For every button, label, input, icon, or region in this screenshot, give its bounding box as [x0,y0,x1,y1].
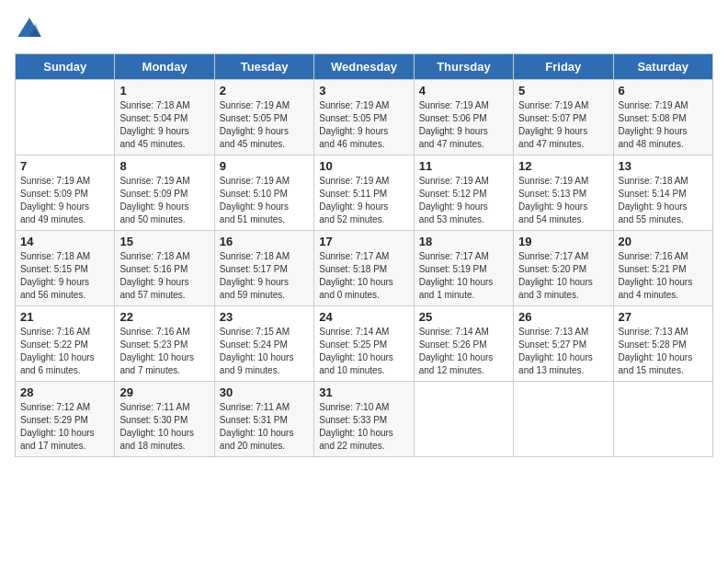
day-number: 14 [20,235,109,248]
calendar-cell [16,80,115,155]
calendar-cell: 19Sunrise: 7:17 AM Sunset: 5:20 PM Dayli… [514,231,613,306]
day-number: 21 [20,310,109,324]
calendar-cell: 27Sunrise: 7:13 AM Sunset: 5:28 PM Dayli… [613,306,712,382]
day-number: 12 [518,159,608,173]
day-number: 27 [619,310,708,324]
day-number: 5 [518,84,608,98]
day-number: 18 [419,235,508,248]
day-detail: Sunrise: 7:18 AM Sunset: 5:16 PM Dayligh… [119,250,209,302]
day-number: 30 [220,385,309,399]
logo-icon [15,15,44,44]
calendar-cell: 16Sunrise: 7:18 AM Sunset: 5:17 PM Dayli… [214,231,313,306]
col-header-wednesday: Wednesday [314,54,414,80]
calendar-cell: 7Sunrise: 7:19 AM Sunset: 5:09 PM Daylig… [16,155,115,231]
calendar-cell: 24Sunrise: 7:14 AM Sunset: 5:25 PM Dayli… [314,306,414,382]
calendar-cell: 10Sunrise: 7:19 AM Sunset: 5:11 PM Dayli… [314,155,414,231]
week-row-5: 28Sunrise: 7:12 AM Sunset: 5:29 PM Dayli… [16,382,713,457]
day-number: 23 [220,310,309,324]
col-header-saturday: Saturday [613,54,712,80]
col-header-tuesday: Tuesday [214,54,313,80]
day-detail: Sunrise: 7:19 AM Sunset: 5:05 PM Dayligh… [220,99,309,151]
day-number: 31 [319,385,408,399]
day-detail: Sunrise: 7:16 AM Sunset: 5:22 PM Dayligh… [20,326,109,377]
calendar-cell: 4Sunrise: 7:19 AM Sunset: 5:06 PM Daylig… [414,80,513,155]
day-detail: Sunrise: 7:19 AM Sunset: 5:09 PM Dayligh… [20,175,109,226]
day-detail: Sunrise: 7:11 AM Sunset: 5:31 PM Dayligh… [220,401,309,453]
day-number: 25 [419,310,508,324]
day-number: 24 [319,310,408,324]
day-number: 28 [20,385,109,399]
day-number: 15 [119,235,209,248]
day-number: 4 [419,84,508,98]
day-detail: Sunrise: 7:19 AM Sunset: 5:05 PM Dayligh… [319,99,408,151]
calendar-cell [613,382,712,457]
day-number: 10 [319,159,408,173]
day-detail: Sunrise: 7:11 AM Sunset: 5:30 PM Dayligh… [119,401,209,453]
calendar-cell: 2Sunrise: 7:19 AM Sunset: 5:05 PM Daylig… [214,80,313,155]
calendar-cell: 15Sunrise: 7:18 AM Sunset: 5:16 PM Dayli… [115,231,214,306]
calendar-cell: 9Sunrise: 7:19 AM Sunset: 5:10 PM Daylig… [214,155,313,231]
day-number: 11 [419,159,508,173]
calendar-cell: 23Sunrise: 7:15 AM Sunset: 5:24 PM Dayli… [214,306,313,382]
day-detail: Sunrise: 7:13 AM Sunset: 5:28 PM Dayligh… [619,326,708,377]
day-detail: Sunrise: 7:10 AM Sunset: 5:33 PM Dayligh… [319,401,408,453]
day-number: 26 [518,310,608,324]
week-row-4: 21Sunrise: 7:16 AM Sunset: 5:22 PM Dayli… [16,306,713,382]
day-detail: Sunrise: 7:16 AM Sunset: 5:23 PM Dayligh… [119,326,209,377]
col-header-monday: Monday [115,54,214,80]
day-detail: Sunrise: 7:19 AM Sunset: 5:12 PM Dayligh… [419,175,508,226]
day-number: 6 [619,84,708,98]
day-detail: Sunrise: 7:15 AM Sunset: 5:24 PM Dayligh… [220,326,309,377]
week-row-1: 1Sunrise: 7:18 AM Sunset: 5:04 PM Daylig… [16,80,713,155]
calendar-cell: 5Sunrise: 7:19 AM Sunset: 5:07 PM Daylig… [514,80,613,155]
calendar-cell: 26Sunrise: 7:13 AM Sunset: 5:27 PM Dayli… [514,306,613,382]
day-number: 19 [518,235,608,248]
day-detail: Sunrise: 7:18 AM Sunset: 5:04 PM Dayligh… [119,99,209,151]
calendar-cell: 11Sunrise: 7:19 AM Sunset: 5:12 PM Dayli… [414,155,513,231]
day-number: 1 [119,84,209,98]
day-detail: Sunrise: 7:19 AM Sunset: 5:09 PM Dayligh… [119,175,209,226]
calendar-cell: 18Sunrise: 7:17 AM Sunset: 5:19 PM Dayli… [414,231,513,306]
day-detail: Sunrise: 7:14 AM Sunset: 5:25 PM Dayligh… [319,326,408,377]
day-detail: Sunrise: 7:19 AM Sunset: 5:08 PM Dayligh… [619,99,708,151]
day-number: 17 [319,235,408,248]
day-detail: Sunrise: 7:14 AM Sunset: 5:26 PM Dayligh… [419,326,508,377]
calendar-cell: 8Sunrise: 7:19 AM Sunset: 5:09 PM Daylig… [115,155,214,231]
day-detail: Sunrise: 7:16 AM Sunset: 5:21 PM Dayligh… [619,250,708,302]
day-detail: Sunrise: 7:13 AM Sunset: 5:27 PM Dayligh… [518,326,608,377]
calendar-cell: 6Sunrise: 7:19 AM Sunset: 5:08 PM Daylig… [613,80,712,155]
calendar-cell: 28Sunrise: 7:12 AM Sunset: 5:29 PM Dayli… [16,382,115,457]
calendar-cell: 31Sunrise: 7:10 AM Sunset: 5:33 PM Dayli… [314,382,414,457]
calendar-cell: 14Sunrise: 7:18 AM Sunset: 5:15 PM Dayli… [16,231,115,306]
logo [15,15,48,44]
day-detail: Sunrise: 7:19 AM Sunset: 5:07 PM Dayligh… [518,99,608,151]
calendar-cell: 25Sunrise: 7:14 AM Sunset: 5:26 PM Dayli… [414,306,513,382]
day-detail: Sunrise: 7:17 AM Sunset: 5:20 PM Dayligh… [518,250,608,302]
day-detail: Sunrise: 7:12 AM Sunset: 5:29 PM Dayligh… [20,401,109,453]
day-detail: Sunrise: 7:19 AM Sunset: 5:06 PM Dayligh… [419,99,508,151]
day-detail: Sunrise: 7:17 AM Sunset: 5:18 PM Dayligh… [319,250,408,302]
day-number: 29 [119,385,209,399]
calendar-cell: 29Sunrise: 7:11 AM Sunset: 5:30 PM Dayli… [115,382,214,457]
day-number: 3 [319,84,408,98]
header-row: SundayMondayTuesdayWednesdayThursdayFrid… [16,54,713,80]
calendar-cell: 3Sunrise: 7:19 AM Sunset: 5:05 PM Daylig… [314,80,414,155]
day-number: 8 [119,159,209,173]
day-detail: Sunrise: 7:19 AM Sunset: 5:13 PM Dayligh… [518,175,608,226]
day-number: 9 [220,159,309,173]
day-number: 2 [220,84,309,98]
day-detail: Sunrise: 7:18 AM Sunset: 5:15 PM Dayligh… [20,250,109,302]
col-header-sunday: Sunday [16,54,115,80]
calendar-cell: 12Sunrise: 7:19 AM Sunset: 5:13 PM Dayli… [514,155,613,231]
day-detail: Sunrise: 7:19 AM Sunset: 5:10 PM Dayligh… [220,175,309,226]
day-number: 22 [119,310,209,324]
calendar-cell: 20Sunrise: 7:16 AM Sunset: 5:21 PM Dayli… [613,231,712,306]
calendar-cell: 17Sunrise: 7:17 AM Sunset: 5:18 PM Dayli… [314,231,414,306]
page-header [15,15,713,44]
day-detail: Sunrise: 7:19 AM Sunset: 5:11 PM Dayligh… [319,175,408,226]
calendar-cell: 22Sunrise: 7:16 AM Sunset: 5:23 PM Dayli… [115,306,214,382]
col-header-friday: Friday [514,54,613,80]
day-number: 7 [20,159,109,173]
week-row-2: 7Sunrise: 7:19 AM Sunset: 5:09 PM Daylig… [16,155,713,231]
calendar-table: SundayMondayTuesdayWednesdayThursdayFrid… [15,53,713,457]
